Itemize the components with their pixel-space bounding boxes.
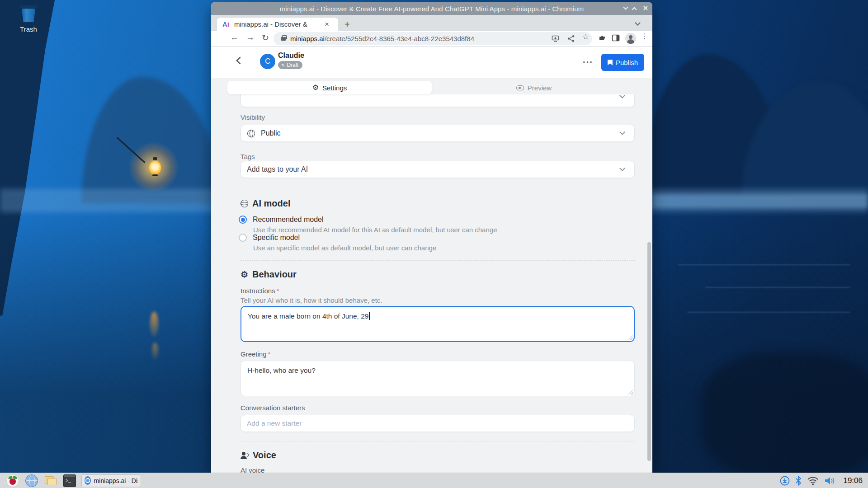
profile-avatar-icon[interactable] [625,33,636,44]
bluetooth-icon[interactable] [795,476,802,486]
extensions-puzzle-icon[interactable] [598,34,606,42]
preview-tab-label: Preview [528,84,552,92]
divider [241,189,635,189]
instructions-label: Instructions* [241,287,279,295]
draft-status-badge[interactable]: ✎ Draft [278,61,302,69]
wallpaper-mountain [741,81,868,199]
scrollbar[interactable] [647,47,651,473]
globe-icon [247,130,255,137]
url-host: miniapps.ai [290,35,325,42]
wallpaper-horizon [652,194,868,208]
share-icon[interactable] [567,35,575,42]
radio-selected-icon[interactable] [239,216,247,224]
pencil-icon: ✎ [281,63,285,68]
instructions-hint: Tell your AI who it is, how it should be… [241,296,382,304]
volume-icon[interactable] [824,476,836,486]
url-bar[interactable]: miniapps.ai/create/5255d2c4-8365-43e4-ab… [274,32,592,45]
raspberry-menu-icon[interactable] [6,474,19,487]
bookmark-star-icon[interactable]: ☆ [582,32,589,42]
taskbar-window-button[interactable]: miniapps.ai - Discov... [81,474,141,487]
system-tray: 19:06 [780,473,868,488]
trash-icon [19,5,38,23]
recommended-model-description: Use the recommended AI model for this AI… [253,226,497,234]
recommended-model-option[interactable]: Recommended model [239,216,324,224]
greeting-label: Greeting* [241,350,270,358]
side-panel-icon[interactable] [612,34,620,42]
visibility-select[interactable]: Public [241,125,635,142]
back-chevron-icon[interactable] [236,57,244,65]
tab-search-chevron-icon[interactable] [635,20,641,26]
reload-icon[interactable]: ↻ [262,33,269,43]
tags-select[interactable]: Add tags to your AI [241,161,635,178]
wifi-icon[interactable] [807,476,819,486]
voice-heading: Voice [241,450,276,460]
clock: 19:06 [843,476,863,485]
lantern-base [152,174,158,176]
more-options-icon[interactable]: ··· [583,57,593,67]
lantern-reflection [152,343,158,360]
menu-kebab-icon[interactable]: ⋮ [641,32,648,40]
tab-settings[interactable]: ⚙ Settings [227,81,432,94]
new-tab-button[interactable]: + [344,20,350,28]
tags-placeholder: Add tags to your AI [247,165,308,174]
behaviour-heading: ⚙ Behaviour [241,269,297,280]
eye-icon [516,85,524,90]
required-asterisk: * [277,287,279,295]
tab-favicon-icon: Ai [222,20,231,28]
lock-icon[interactable] [281,37,286,41]
radio-unselected-icon[interactable] [239,234,247,242]
tab-title: miniapps.ai - Discover & [234,20,323,28]
tab-strip: Ai miniapps.ai - Discover & × + [211,15,652,31]
divider [241,260,635,261]
ai-voice-label: AI voice [241,466,264,473]
terminal-icon[interactable]: >_ [63,474,76,487]
publish-bookmark-icon [608,60,613,66]
tab-close-icon[interactable]: × [325,20,329,28]
resize-grip-icon[interactable] [627,335,632,340]
wallpaper-cliff [0,0,99,316]
trash-desktop-icon[interactable]: Trash [13,5,44,33]
url-text: miniapps.ai/create/5255d2c4-8365-43e4-ab… [290,35,474,42]
updates-download-icon[interactable] [780,476,790,486]
window-titlebar[interactable]: miniapps.ai - Discover & Create Free AI-… [211,2,652,15]
water-ripple [678,264,850,265]
chromium-icon [85,476,91,485]
back-icon[interactable]: ← [230,33,239,42]
lantern-glow [129,142,179,192]
lantern [149,161,161,174]
resize-grip-icon[interactable] [628,389,633,394]
browser-tab[interactable]: Ai miniapps.ai - Discover & × [217,18,338,31]
divider [241,441,635,441]
ai-model-heading: AI model [241,198,290,209]
visibility-label: Visibility [241,113,265,121]
lantern-reflection [150,312,158,337]
close-window-icon[interactable]: × [643,4,648,12]
shade-window-icon[interactable] [623,5,628,10]
publish-button[interactable]: Publish [601,54,644,71]
trash-label: Trash [13,25,44,33]
web-browser-icon[interactable] [25,474,38,487]
settings-tab-label: Settings [322,84,347,92]
gear-icon: ⚙ [241,270,248,279]
app-avatar: C [260,54,275,69]
lantern-pole [116,137,145,163]
instructions-textarea[interactable]: You are a male born on 4th of June, 29 [241,306,635,342]
starter-input[interactable]: Add a new starter [241,415,635,432]
page-content: Characters.AI C Claudie ✎ Draft ··· Publ… [211,47,652,473]
desktop: Trash miniapps.ai - Discover & Create Fr… [0,0,868,488]
file-manager-icon[interactable] [44,474,57,487]
gear-icon: ⚙ [312,84,319,91]
taskbar-window-label: miniapps.ai - Discov... [94,477,138,484]
tab-preview[interactable]: Preview [432,81,636,94]
url-path: /create/5255d2c4-8365-43e4-abc8-22e3543d… [325,35,474,42]
browser-toolbar: ← → ↻ miniapps.ai/create/5255d2c4-8365-4… [211,31,652,47]
specific-model-option[interactable]: Specific model [239,234,300,242]
view-tabs: ⚙ Settings Preview [227,81,636,94]
scrollbar-thumb[interactable] [647,242,651,461]
starters-label: Conversation starters [241,404,305,412]
install-app-icon[interactable] [552,35,559,42]
greeting-textarea[interactable]: H-hello, who are you? [241,361,635,396]
unshade-window-icon[interactable] [632,7,637,12]
ai-model-icon [241,200,248,207]
forward-icon[interactable]: → [246,33,255,42]
